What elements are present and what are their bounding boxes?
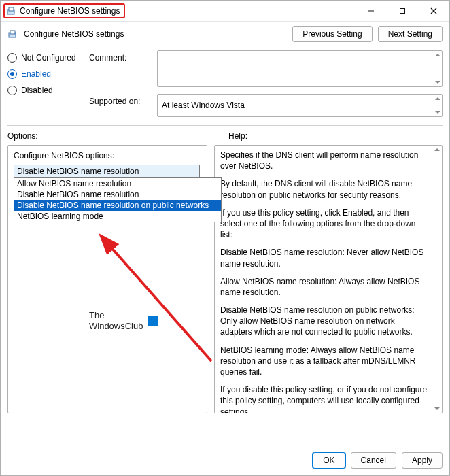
lower-headers: Options: Help: (7, 131, 443, 145)
dropdown-item[interactable]: Disable NetBIOS name resolution (14, 189, 221, 200)
radio-icon (7, 69, 17, 79)
radio-enabled[interactable]: Enabled (7, 69, 82, 79)
scroll-down-icon[interactable] (434, 406, 440, 411)
help-paragraph: Disable NetBIOS name resolution on publi… (220, 305, 428, 338)
help-paragraph: Specifies if the DNS client will perform… (220, 150, 428, 171)
netbios-options-dropdown[interactable]: Disable NetBIOS name resolution Allow Ne… (14, 165, 200, 178)
supported-row: Supported on: At least Windows Vista (89, 94, 443, 117)
state-radios: Not Configured Enabled Disabled (7, 50, 82, 117)
radio-label: Not Configured (21, 53, 76, 63)
radio-label: Disabled (21, 86, 53, 95)
policy-icon (7, 29, 18, 39)
body: Not Configured Enabled Disabled Comment: (1, 46, 449, 445)
help-panel[interactable]: Specifies if the DNS client will perform… (214, 145, 443, 413)
dropdown-selected: Disable NetBIOS name resolution (14, 165, 199, 177)
titlebar-highlight: Configure NetBIOS settings (3, 3, 125, 18)
previous-setting-button[interactable]: Previous Setting (292, 26, 372, 42)
help-paragraph: If you use this policy setting, click En… (220, 207, 428, 241)
lower-columns: Configure NetBIOS options: Disable NetBI… (7, 145, 443, 438)
options-subheading: Configure NetBIOS options: (14, 151, 201, 160)
dropdown-item[interactable]: NetBIOS learning mode (14, 211, 221, 222)
svg-rect-1 (9, 7, 14, 11)
help-column: Specifies if the DNS client will perform… (214, 145, 443, 438)
svg-rect-7 (10, 31, 15, 34)
options-column: Configure NetBIOS options: Disable NetBI… (7, 145, 207, 438)
radio-icon (7, 53, 17, 63)
minimize-button[interactable] (356, 1, 387, 21)
help-paragraph: NetBIOS learning mode: Always allow NetB… (220, 345, 428, 378)
radio-icon (7, 86, 17, 95)
scroll-up-icon[interactable] (435, 52, 440, 58)
help-paragraph: Allow NetBIOS name resolution: Always al… (220, 276, 428, 298)
scroll-up-icon[interactable] (434, 147, 440, 152)
titlebar: Configure NetBIOS settings (1, 1, 449, 22)
radio-not-configured[interactable]: Not Configured (7, 53, 82, 63)
group-policy-editor-window: Configure NetBIOS settings Configure Net… (0, 0, 450, 476)
comment-textarea[interactable] (157, 50, 443, 87)
scroll-down-icon[interactable] (435, 80, 440, 85)
svg-rect-3 (400, 9, 405, 14)
supported-label: Supported on: (89, 94, 150, 106)
radio-label: Enabled (21, 69, 51, 79)
nav-buttons: Previous Setting Next Setting (292, 26, 443, 42)
comment-label: Comment: (89, 50, 150, 63)
dropdown-list: Allow NetBIOS name resolutionDisable Net… (14, 177, 222, 222)
scroll-up-icon[interactable] (435, 96, 440, 101)
ok-button[interactable]: OK (313, 452, 345, 469)
comment-row: Comment: (89, 50, 443, 87)
help-heading: Help: (228, 131, 443, 145)
policy-header: Configure NetBIOS settings (7, 29, 292, 39)
fields: Comment: Supported on: At least Windows … (89, 50, 443, 117)
supported-box: At least Windows Vista (157, 94, 443, 117)
dropdown-selected-text: Disable NetBIOS name resolution (17, 167, 139, 176)
radio-disabled[interactable]: Disabled (7, 86, 82, 95)
header-row: Configure NetBIOS settings Previous Sett… (1, 22, 449, 46)
window-buttons (356, 1, 449, 21)
help-paragraph: If you disable this policy setting, or i… (220, 384, 428, 413)
policy-icon (6, 5, 17, 16)
next-setting-button[interactable]: Next Setting (378, 26, 443, 42)
maximize-button[interactable] (387, 1, 418, 21)
options-panel: Configure NetBIOS options: Disable NetBI… (7, 145, 207, 413)
close-button[interactable] (418, 1, 449, 21)
supported-value: At least Windows Vista (162, 101, 245, 110)
divider (7, 125, 443, 126)
apply-button[interactable]: Apply (402, 452, 443, 469)
footer: OK Cancel Apply (1, 445, 449, 475)
help-paragraph: Disable NetBIOS name resolution: Never a… (220, 247, 428, 269)
policy-name: Configure NetBIOS settings (24, 29, 124, 39)
options-heading: Options: (7, 131, 222, 145)
dropdown-item[interactable]: Disable NetBIOS name resolution on publi… (14, 200, 221, 211)
cancel-button[interactable]: Cancel (351, 452, 396, 469)
help-paragraph: By default, the DNS client will disable … (220, 178, 428, 200)
window-title: Configure NetBIOS settings (20, 6, 120, 16)
dropdown-item[interactable]: Allow NetBIOS name resolution (14, 178, 221, 189)
scroll-down-icon[interactable] (435, 109, 440, 115)
upper-section: Not Configured Enabled Disabled Comment: (7, 46, 443, 124)
